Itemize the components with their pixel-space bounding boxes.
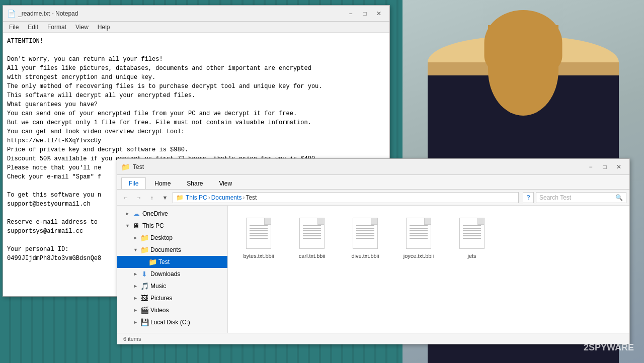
sidebar-label-downloads: Downloads [150,270,180,278]
music-icon: 🎵 [140,282,148,290]
sidebar-label-onedrive: OneDrive [142,210,168,217]
sidebar-label-documents: Documents [150,246,181,253]
file-page-bytes [246,218,271,249]
sidebar-item-pictures[interactable]: ► 🖼 Pictures [117,292,227,304]
sidebar-label-pictures: Pictures [150,295,172,302]
sidebar-label-test: Test [158,258,170,265]
explorer-titlebar: 📁 Test − □ ✕ [117,159,629,175]
close-button[interactable]: ✕ [372,9,385,19]
sidebar-item-videos[interactable]: ► 🎬 Videos [117,304,227,316]
path-sep-1: › [208,194,210,201]
pictures-icon: 🖼 [140,294,148,302]
file-lines-dive [356,225,374,240]
arrow-downloads: ► [133,271,140,277]
arrow-videos: ► [133,308,140,313]
maximize-button[interactable]: □ [358,9,371,19]
sidebar-label-videos: Videos [150,307,169,314]
file-name-jets: jets [467,253,476,259]
menu-format[interactable]: Format [43,23,70,32]
sidebar-label-music: Music [150,283,166,290]
file-icon-bytes [244,216,274,251]
sidebar-item-downloads[interactable]: ► ⬇ Downloads [117,268,227,280]
file-page-joyce [406,218,431,249]
address-folder-icon: 📁 [176,194,184,201]
file-page-jets [459,218,485,249]
status-bar: 6 items [117,333,629,344]
file-page-carl [299,218,325,249]
minimize-button[interactable]: − [344,9,357,19]
arrow-documents: ▼ [133,247,140,252]
arrow-onedrive: ► [125,211,132,216]
file-lines-jets [463,225,481,240]
sidebar-item-thispc[interactable]: ▼ 🖥 This PC [117,220,227,232]
notepad-menubar: File Edit Format View Help [3,22,389,33]
path-this-pc: This PC [186,194,207,201]
arrow-music: ► [133,284,140,289]
file-lines-carl [303,225,321,240]
downloads-icon: ⬇ [140,270,148,278]
menu-help[interactable]: Help [94,23,114,32]
file-icon-jets [457,216,487,251]
explorer-window: 📁 Test − □ ✕ File Home Share View ← → ↑ … [117,158,630,344]
file-item-bytes[interactable]: bytes.txt.bbii [236,214,281,325]
file-icon-joyce [404,216,434,251]
explorer-maximize-button[interactable]: □ [598,162,611,172]
ribbon-tab-share[interactable]: Share [179,177,210,189]
search-box[interactable]: Search Test 🔍 [536,192,626,203]
file-item-joyce[interactable]: joyce.txt.bbii [396,214,441,325]
explorer-close-button[interactable]: ✕ [612,162,625,172]
sidebar-item-onedrive[interactable]: ► ☁ OneDrive [117,208,227,220]
ribbon-tabs: File Home Share View [117,175,629,189]
file-name-dive: dive.txt.bbii [351,253,379,259]
file-name-bytes: bytes.txt.bbii [243,253,274,259]
menu-view[interactable]: View [71,23,93,32]
explorer-sidebar: ► ☁ OneDrive ▼ 🖥 This PC ► 📁 Desktop ▼ 📁… [117,206,228,333]
sidebar-item-desktop[interactable]: ► 📁 Desktop [117,232,227,244]
ribbon-tab-file[interactable]: File [121,177,146,189]
arrow-localdisk: ► [133,320,140,325]
titlebar-controls: − □ ✕ [344,9,385,19]
nav-up-button[interactable]: ↑ [146,192,157,203]
file-item-carl[interactable]: carl.txt.bbii [289,214,335,325]
watermark-text: 2SPYWARE [584,342,634,353]
explorer-minimize-button[interactable]: − [584,162,597,172]
ribbon-tab-view[interactable]: View [211,177,239,189]
desktop-icon: 📁 [140,234,148,242]
file-lines-joyce [410,225,428,240]
thispc-icon: 🖥 [132,222,140,230]
path-documents: Documents [211,194,242,201]
explorer-ribbon: File Home Share View [117,175,629,190]
help-button[interactable]: ? [523,192,534,203]
sidebar-label-desktop: Desktop [150,234,173,241]
explorer-titlebar-controls: − □ ✕ [584,162,625,172]
sidebar-item-test[interactable]: 📁 Test [117,256,227,268]
sidebar-item-documents[interactable]: ▼ 📁 Documents [117,244,227,256]
file-page-dive [353,218,378,249]
disk-icon: 💾 [140,318,148,326]
address-bar: ← → ↑ ▼ 📁 This PC › Documents › Test ? S… [117,190,629,206]
sidebar-item-localdisk[interactable]: ► 💾 Local Disk (C:) [117,316,227,328]
search-icon: 🔍 [615,194,623,201]
sidebar-item-music[interactable]: ► 🎵 Music [117,280,227,292]
nav-forward-button[interactable]: → [133,192,144,203]
status-text: 6 items [123,336,141,342]
address-path[interactable]: 📁 This PC › Documents › Test [173,192,519,203]
file-name-carl: carl.txt.bbii [299,253,326,259]
file-grid: bytes.txt.bbii carl.txt.bbii [236,214,621,325]
documents-icon: 📁 [140,246,148,254]
file-icon-carl [297,216,327,251]
arrow-desktop: ► [133,235,140,240]
file-icon-dive [350,216,380,251]
file-item-dive[interactable]: dive.txt.bbii [343,214,388,325]
menu-edit[interactable]: Edit [24,23,42,32]
explorer-title: Test [133,163,584,170]
arrow-thispc: ▼ [125,223,132,228]
file-item-jets[interactable]: jets [449,214,495,325]
ribbon-tab-home[interactable]: Home [147,177,178,189]
menu-file[interactable]: File [5,23,23,32]
nav-back-button[interactable]: ← [120,192,131,203]
notepad-titlebar: 📄 _readme.txt - Notepad − □ ✕ [3,6,389,22]
nav-recent-button[interactable]: ▼ [159,192,171,203]
onedrive-icon: ☁ [132,210,140,218]
search-placeholder: Search Test [539,194,571,201]
